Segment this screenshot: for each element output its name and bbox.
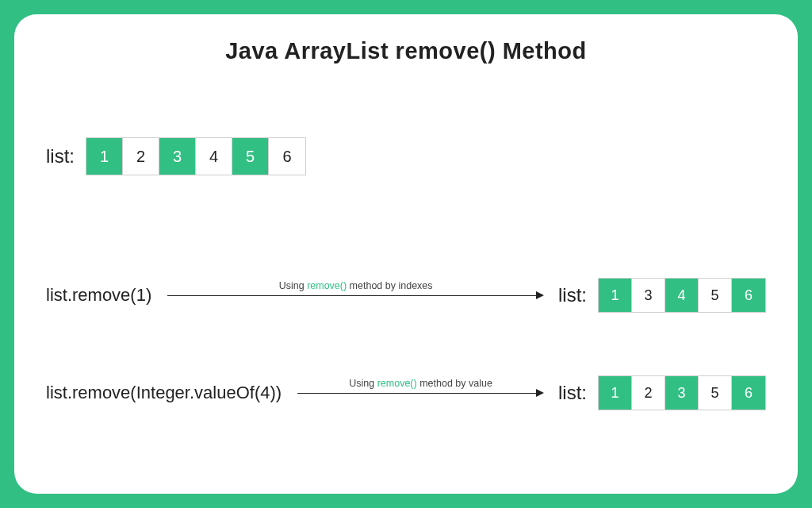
page-title: Java ArrayList remove() Method <box>46 38 766 64</box>
list-cell: 4 <box>196 138 232 175</box>
list-cell: 2 <box>123 138 159 175</box>
example1-row: list.remove(1) Using remove() method by … <box>46 278 766 313</box>
list-cell: 1 <box>86 138 123 175</box>
list-cell: 3 <box>632 279 665 312</box>
list-cell: 5 <box>699 279 732 312</box>
list-cell: 6 <box>269 138 305 175</box>
list-cell: 3 <box>665 376 699 410</box>
arrow-line <box>297 393 538 394</box>
list-cell: 5 <box>232 138 269 175</box>
arrow-line <box>167 295 538 296</box>
example2-call: list.remove(Integer.valueOf(4)) <box>46 383 282 403</box>
list-cell: 5 <box>699 376 732 410</box>
caption-accent: remove() <box>377 378 417 389</box>
initial-list-row: list: 1 2 3 4 5 6 <box>46 137 766 175</box>
list-cell: 3 <box>159 138 196 175</box>
example2-result-label: list: <box>558 382 587 404</box>
list-cell: 4 <box>665 279 699 312</box>
list-cell: 6 <box>732 279 765 312</box>
example1-result-cells: 1 3 4 5 6 <box>598 278 766 313</box>
example2-caption: Using remove() method by value <box>297 378 544 392</box>
list-cell: 1 <box>599 279 632 312</box>
example1-result-label: list: <box>558 284 587 306</box>
caption-accent: remove() <box>307 280 347 291</box>
caption-text: Using <box>279 280 307 291</box>
diagram-card: Java ArrayList remove() Method list: 1 2… <box>14 14 798 494</box>
caption-text: method by value <box>417 378 492 389</box>
caption-text: method by indexes <box>347 280 432 291</box>
arrow-head-icon <box>536 389 544 397</box>
list-cell: 2 <box>632 376 665 410</box>
list-cell: 6 <box>732 376 765 410</box>
initial-list-cells: 1 2 3 4 5 6 <box>86 137 306 175</box>
example2-result-cells: 1 2 3 5 6 <box>598 375 766 410</box>
example2-arrow: Using remove() method by value <box>297 381 544 405</box>
example1-caption: Using remove() method by indexes <box>167 280 544 294</box>
caption-text: Using <box>349 378 377 389</box>
list-cell: 1 <box>599 376 632 410</box>
example1-call: list.remove(1) <box>46 285 151 306</box>
example2-row: list.remove(Integer.valueOf(4)) Using re… <box>46 375 766 410</box>
arrow-head-icon <box>536 291 544 299</box>
example1-arrow: Using remove() method by indexes <box>167 283 544 307</box>
initial-list-label: list: <box>46 145 75 167</box>
